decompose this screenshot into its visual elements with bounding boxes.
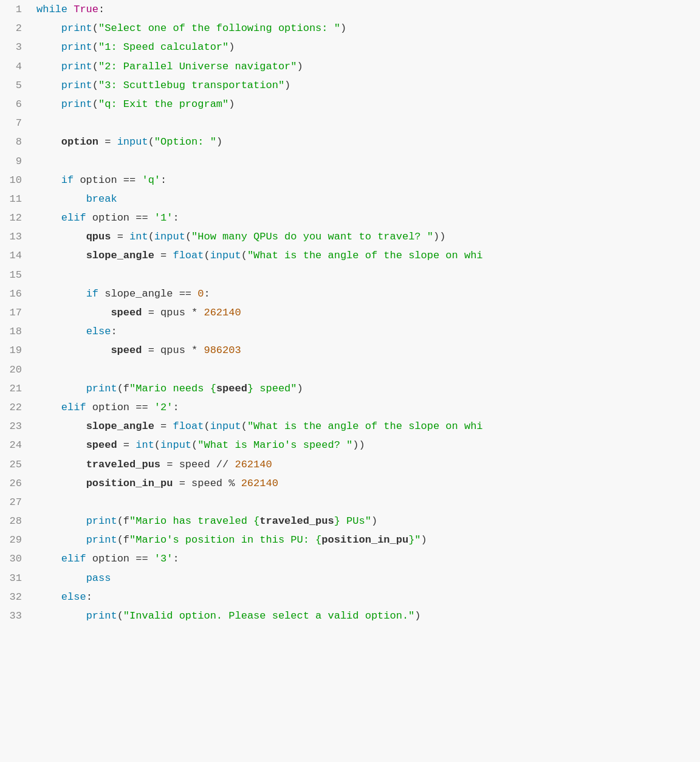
line-number: 33 <box>0 606 32 625</box>
line-number: 22 <box>0 398 32 417</box>
line-number: 11 <box>0 190 32 208</box>
code-line: 17 speed = qpus * 262140 <box>0 303 700 322</box>
line-number: 15 <box>0 266 32 284</box>
line-content: else: <box>32 588 700 606</box>
line-number: 28 <box>0 512 32 530</box>
code-line: 31 pass <box>0 569 700 588</box>
line-content: traveled_pus = speed // 262140 <box>32 455 700 474</box>
code-line: 26 position_in_pu = speed % 262140 <box>0 474 700 493</box>
line-number: 2 <box>0 19 32 38</box>
code-line: 13 qpus = int(input("How many QPUs do yo… <box>0 227 700 246</box>
line-number: 29 <box>0 530 32 549</box>
code-line: 20 <box>0 360 700 379</box>
code-line: 3 print("1: Speed calculator") <box>0 38 700 57</box>
line-number: 9 <box>0 152 32 171</box>
line-content: slope_angle = float(input("What is the a… <box>32 246 700 265</box>
code-line: 11 break <box>0 190 700 208</box>
line-content: speed = qpus * 986203 <box>32 341 700 360</box>
line-content: else: <box>32 322 700 341</box>
code-line: 22 elif option == '2': <box>0 398 700 417</box>
line-content: print(f"Mario's position in this PU: {po… <box>32 530 700 549</box>
code-line: 30 elif option == '3': <box>0 549 700 568</box>
line-number: 7 <box>0 114 32 132</box>
code-line: 24 speed = int(input("What is Mario's sp… <box>0 436 700 455</box>
line-content: speed = int(input("What is Mario's speed… <box>32 436 700 455</box>
code-line: 14 slope_angle = float(input("What is th… <box>0 246 700 265</box>
line-content: print("Select one of the following optio… <box>32 19 700 38</box>
line-number: 30 <box>0 549 32 568</box>
code-line: 19 speed = qpus * 986203 <box>0 341 700 360</box>
line-number: 25 <box>0 455 32 474</box>
line-content: elif option == '3': <box>32 549 700 568</box>
line-number: 3 <box>0 38 32 57</box>
code-line: 2 print("Select one of the following opt… <box>0 19 700 38</box>
line-content: print("q: Exit the program") <box>32 95 700 114</box>
code-line: 25 traveled_pus = speed // 262140 <box>0 455 700 474</box>
line-number: 8 <box>0 132 32 151</box>
line-number: 5 <box>0 76 32 95</box>
line-content: if option == 'q': <box>32 171 700 190</box>
line-number: 26 <box>0 474 32 493</box>
line-content: speed = qpus * 262140 <box>32 303 700 322</box>
line-number: 21 <box>0 379 32 398</box>
code-line: 32 else: <box>0 588 700 606</box>
line-content: print("1: Speed calculator") <box>32 38 700 57</box>
line-number: 24 <box>0 436 32 455</box>
code-line: 33 print("Invalid option. Please select … <box>0 606 700 625</box>
line-content: break <box>32 190 700 208</box>
code-line: 28 print(f"Mario has traveled {traveled_… <box>0 512 700 530</box>
line-content: print(f"Mario needs {speed} speed") <box>32 379 700 398</box>
line-content <box>32 275 700 278</box>
line-content: qpus = int(input("How many QPUs do you w… <box>32 227 700 246</box>
line-content <box>32 370 700 372</box>
line-number: 17 <box>0 303 32 322</box>
line-content: position_in_pu = speed % 262140 <box>32 474 700 493</box>
code-line: 21 print(f"Mario needs {speed} speed") <box>0 379 700 398</box>
line-number: 18 <box>0 322 32 341</box>
line-number: 4 <box>0 57 32 76</box>
line-content: elif option == '1': <box>32 208 700 227</box>
code-line: 10 if option == 'q': <box>0 171 700 190</box>
code-line: 7 <box>0 114 700 132</box>
line-number: 19 <box>0 341 32 360</box>
line-number: 12 <box>0 208 32 227</box>
line-number: 23 <box>0 417 32 436</box>
line-content <box>32 162 700 164</box>
line-number: 13 <box>0 227 32 246</box>
code-line: 8 option = input("Option: ") <box>0 132 700 151</box>
line-number: 31 <box>0 569 32 588</box>
code-container: 1while True:2 print("Select one of the f… <box>0 0 700 762</box>
code-line: 18 else: <box>0 322 700 341</box>
code-line: 16 if slope_angle == 0: <box>0 284 700 303</box>
line-content: if slope_angle == 0: <box>32 284 700 303</box>
code-line: 15 <box>0 266 700 284</box>
line-content: print("3: Scuttlebug transportation") <box>32 76 700 95</box>
line-content: slope_angle = float(input("What is the a… <box>32 417 700 436</box>
code-line: 5 print("3: Scuttlebug transportation") <box>0 76 700 95</box>
line-content <box>32 503 700 505</box>
code-line: 6 print("q: Exit the program") <box>0 95 700 114</box>
line-number: 14 <box>0 246 32 265</box>
line-number: 16 <box>0 284 32 303</box>
code-line: 29 print(f"Mario's position in this PU: … <box>0 530 700 549</box>
line-content: print("2: Parallel Universe navigator") <box>32 57 700 76</box>
line-number: 6 <box>0 95 32 114</box>
line-content: option = input("Option: ") <box>32 132 700 151</box>
line-content <box>32 123 700 126</box>
code-line: 1while True: <box>0 0 700 19</box>
line-number: 27 <box>0 493 32 512</box>
code-line: 4 print("2: Parallel Universe navigator"… <box>0 57 700 76</box>
line-content: pass <box>32 569 700 588</box>
line-content: elif option == '2': <box>32 398 700 417</box>
line-content: print(f"Mario has traveled {traveled_pus… <box>32 512 700 530</box>
code-line: 12 elif option == '1': <box>0 208 700 227</box>
line-content: print("Invalid option. Please select a v… <box>32 606 700 625</box>
line-number: 10 <box>0 171 32 190</box>
code-line: 9 <box>0 152 700 171</box>
line-number: 20 <box>0 360 32 379</box>
line-content: while True: <box>32 0 700 19</box>
line-number: 32 <box>0 588 32 606</box>
code-line: 23 slope_angle = float(input("What is th… <box>0 417 700 436</box>
code-line: 27 <box>0 493 700 512</box>
line-number: 1 <box>0 0 32 19</box>
